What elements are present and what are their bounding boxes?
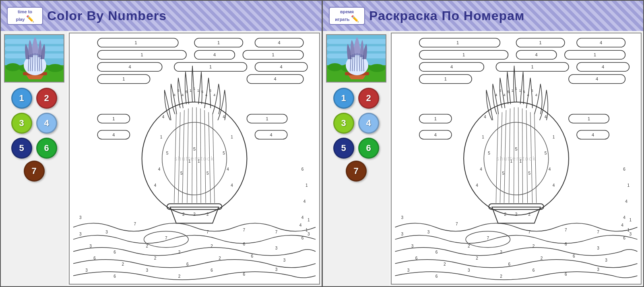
svg-text:6: 6 bbox=[436, 274, 438, 279]
svg-text:5: 5 bbox=[499, 89, 501, 93]
right-svg-container: 1 1 4 1 4 1 4 1 4 1 4 bbox=[392, 33, 641, 284]
svg-text:4: 4 bbox=[303, 199, 306, 204]
left-title: Color By Numbers bbox=[47, 8, 167, 23]
color-circle-2: 2 bbox=[36, 88, 57, 109]
svg-text:1: 1 bbox=[594, 52, 596, 57]
right-color-circle-4: 4 bbox=[358, 113, 379, 134]
svg-text:2: 2 bbox=[504, 212, 506, 217]
svg-text:5: 5 bbox=[193, 147, 196, 151]
svg-text:3: 3 bbox=[411, 244, 414, 248]
svg-text:6: 6 bbox=[415, 256, 418, 260]
svg-text:4: 4 bbox=[213, 93, 215, 97]
left-svg-container: 1 1 4 1 4 1 4 1 4 1 4 bbox=[70, 33, 319, 284]
svg-text:3: 3 bbox=[79, 232, 82, 236]
svg-text:1: 1 bbox=[308, 218, 310, 222]
svg-text:4: 4 bbox=[480, 167, 482, 171]
svg-text:6: 6 bbox=[565, 272, 567, 277]
svg-text:4: 4 bbox=[527, 93, 529, 97]
svg-rect-148 bbox=[395, 33, 638, 284]
pencil-icon: ✏️ bbox=[26, 15, 34, 22]
svg-text:2: 2 bbox=[541, 256, 543, 260]
svg-text:3: 3 bbox=[597, 267, 599, 272]
svg-text:7: 7 bbox=[528, 230, 531, 234]
svg-text:6: 6 bbox=[114, 250, 116, 254]
svg-text:3: 3 bbox=[105, 230, 108, 234]
svg-text:5: 5 bbox=[507, 90, 509, 94]
right-thumbnail bbox=[326, 34, 386, 83]
svg-text:2: 2 bbox=[178, 274, 181, 279]
svg-text:1: 1 bbox=[531, 64, 534, 69]
svg-text:2: 2 bbox=[178, 250, 181, 254]
svg-text:5: 5 bbox=[515, 147, 517, 151]
right-header: время играть ✏️ Раскраска По Номерам bbox=[323, 1, 643, 31]
svg-text:4: 4 bbox=[223, 115, 225, 119]
svg-text:4: 4 bbox=[205, 93, 207, 97]
svg-text:4: 4 bbox=[162, 115, 165, 119]
svg-text:7: 7 bbox=[243, 228, 245, 232]
svg-text:1: 1 bbox=[190, 89, 192, 93]
brand-line1: time to bbox=[18, 9, 32, 14]
svg-point-138 bbox=[369, 64, 385, 72]
svg-text:3: 3 bbox=[401, 215, 404, 220]
svg-text:1: 1 bbox=[627, 183, 630, 188]
svg-text:6: 6 bbox=[623, 167, 625, 171]
svg-text:2: 2 bbox=[206, 212, 209, 217]
svg-text:4: 4 bbox=[600, 40, 602, 45]
svg-text:3: 3 bbox=[407, 268, 410, 273]
left-brand-box: time to play ✏️ bbox=[7, 7, 43, 25]
svg-text:5: 5 bbox=[531, 89, 533, 93]
svg-text:6: 6 bbox=[623, 236, 625, 240]
left-sidebar: 1 2 3 4 5 6 7 bbox=[1, 31, 67, 286]
svg-text:4: 4 bbox=[227, 167, 229, 171]
svg-text:1: 1 bbox=[553, 135, 555, 139]
svg-text:3: 3 bbox=[401, 232, 404, 236]
svg-text:1: 1 bbox=[629, 218, 632, 222]
svg-text:4: 4 bbox=[278, 40, 281, 45]
svg-text:4: 4 bbox=[158, 167, 161, 171]
svg-text:1: 1 bbox=[305, 183, 308, 188]
svg-text:4: 4 bbox=[592, 132, 594, 137]
svg-text:1: 1 bbox=[434, 116, 437, 121]
svg-text:1: 1 bbox=[134, 40, 137, 45]
svg-point-135 bbox=[328, 63, 342, 71]
svg-text:1: 1 bbox=[462, 52, 465, 57]
svg-text:1: 1 bbox=[456, 40, 459, 45]
right-coloring-area[interactable]: 1 1 4 1 4 1 4 1 4 1 4 bbox=[391, 33, 642, 285]
svg-text:2: 2 bbox=[515, 212, 518, 217]
svg-text:2: 2 bbox=[500, 274, 502, 279]
right-brand-box: время играть ✏️ bbox=[329, 7, 365, 25]
svg-text:7: 7 bbox=[456, 222, 458, 226]
svg-text:2: 2 bbox=[533, 244, 535, 248]
svg-text:3: 3 bbox=[597, 246, 599, 250]
svg-text:5: 5 bbox=[166, 151, 169, 155]
svg-text:4: 4 bbox=[596, 76, 598, 81]
svg-text:1: 1 bbox=[209, 64, 212, 69]
svg-text:4: 4 bbox=[535, 52, 538, 57]
svg-text:6: 6 bbox=[436, 250, 438, 254]
svg-text:7: 7 bbox=[206, 230, 209, 234]
left-panel: time to play ✏️ Color By Numbers bbox=[0, 0, 322, 287]
svg-text:1: 1 bbox=[141, 52, 143, 57]
svg-text:6: 6 bbox=[243, 242, 245, 246]
svg-text:1: 1 bbox=[444, 76, 447, 81]
svg-text:3: 3 bbox=[308, 232, 310, 236]
svg-text:7: 7 bbox=[275, 230, 278, 234]
svg-point-8 bbox=[47, 64, 63, 72]
left-coloring-area[interactable]: 1 1 4 1 4 1 4 1 4 1 4 bbox=[69, 33, 320, 285]
svg-text:2: 2 bbox=[211, 244, 213, 248]
svg-text:4: 4 bbox=[535, 93, 537, 97]
svg-text:4: 4 bbox=[112, 132, 115, 137]
svg-text:4: 4 bbox=[495, 93, 497, 97]
svg-text:1: 1 bbox=[520, 159, 522, 163]
svg-text:4: 4 bbox=[545, 115, 547, 119]
svg-text:6: 6 bbox=[243, 272, 245, 277]
svg-text:4: 4 bbox=[270, 132, 272, 137]
color-circle-3: 3 bbox=[11, 113, 32, 134]
svg-text:7: 7 bbox=[597, 230, 599, 234]
svg-text:5: 5 bbox=[209, 89, 211, 93]
svg-text:4: 4 bbox=[154, 183, 157, 188]
svg-text:3: 3 bbox=[468, 268, 470, 273]
svg-text:7: 7 bbox=[134, 222, 136, 226]
svg-text:3: 3 bbox=[89, 244, 92, 248]
svg-text:5: 5 bbox=[180, 171, 183, 176]
